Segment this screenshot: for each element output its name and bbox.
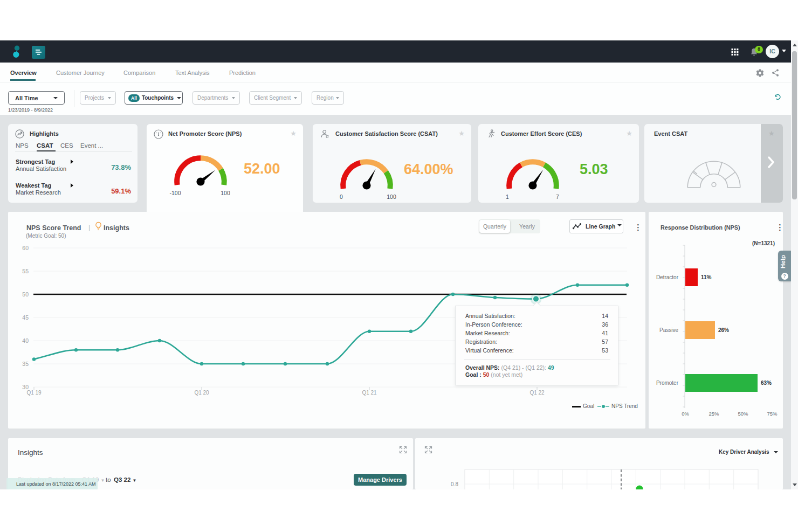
svg-text:7: 7: [556, 194, 559, 200]
svg-text:0%: 0%: [682, 411, 689, 417]
svg-text:63%: 63%: [761, 380, 772, 386]
svg-text:Q1 22: Q1 22: [529, 390, 545, 396]
svg-text:Passive: Passive: [659, 327, 678, 333]
svg-text:55: 55: [22, 268, 29, 274]
svg-text:100: 100: [387, 194, 396, 200]
svg-text:1: 1: [506, 194, 509, 200]
svg-text:100: 100: [221, 190, 230, 196]
svg-text:Q1 19: Q1 19: [26, 390, 42, 396]
svg-text:25%: 25%: [708, 411, 719, 417]
svg-text:Q1 21: Q1 21: [362, 390, 377, 396]
svg-text:75%: 75%: [767, 411, 778, 417]
svg-text:45: 45: [22, 314, 29, 321]
svg-text:11%: 11%: [701, 274, 712, 280]
svg-text:Promoter: Promoter: [656, 380, 679, 386]
svg-text:0: 0: [340, 194, 343, 200]
svg-text:-100: -100: [169, 190, 181, 196]
svg-text:26%: 26%: [718, 327, 729, 333]
svg-text:40: 40: [22, 337, 29, 344]
svg-text:60: 60: [22, 245, 29, 251]
svg-text:50: 50: [22, 291, 29, 298]
svg-text:35: 35: [22, 361, 29, 367]
svg-text:0.8: 0.8: [451, 481, 458, 487]
svg-text:Detractor: Detractor: [656, 274, 679, 280]
svg-text:50%: 50%: [738, 411, 748, 417]
svg-text:Q1 20: Q1 20: [194, 390, 209, 396]
